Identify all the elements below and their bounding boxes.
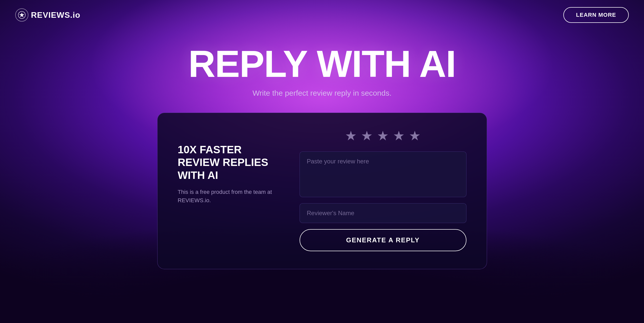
card-left-title: 10X FASTER REVIEW REPLIES WITH AI [178, 143, 279, 182]
header: REVIEWS.io LEARN MORE [0, 0, 644, 30]
star-5[interactable]: ★ [409, 128, 421, 143]
stars-row[interactable]: ★ ★ ★ ★ ★ [345, 128, 421, 143]
reviewer-name-input[interactable] [300, 203, 466, 223]
card-right: ★ ★ ★ ★ ★ GENERATE A REPLY [300, 128, 466, 251]
hero-subtitle: Write the perfect review reply in second… [0, 89, 644, 97]
logo[interactable]: REVIEWS.io [15, 8, 80, 22]
svg-marker-1 [19, 12, 24, 17]
star-1[interactable]: ★ [345, 128, 357, 143]
main-card: 10X FASTER REVIEW REPLIES WITH AI This i… [157, 113, 487, 269]
card-left-description: This is a free product from the team at … [178, 188, 279, 205]
hero-title: REPLY WITH AI [0, 45, 644, 83]
logo-icon [15, 8, 28, 22]
review-textarea[interactable] [300, 151, 466, 197]
card-container: 10X FASTER REVIEW REPLIES WITH AI This i… [0, 113, 644, 269]
hero-section: REPLY WITH AI Write the perfect review r… [0, 30, 644, 97]
card-left: 10X FASTER REVIEW REPLIES WITH AI This i… [178, 128, 279, 205]
generate-reply-button[interactable]: GENERATE A REPLY [300, 229, 466, 251]
logo-text: REVIEWS.io [31, 10, 80, 20]
star-4[interactable]: ★ [393, 128, 405, 143]
star-3[interactable]: ★ [377, 128, 389, 143]
star-2[interactable]: ★ [361, 128, 373, 143]
learn-more-button[interactable]: LEARN MORE [563, 7, 629, 23]
